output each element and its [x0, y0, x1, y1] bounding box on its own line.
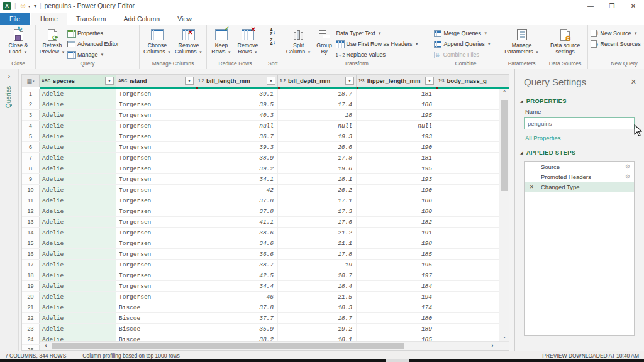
cell-bill_depth_mm[interactable]: 21.1: [278, 238, 357, 248]
cell-flipper_length_mm[interactable]: 191: [357, 228, 436, 238]
cell-flipper_length_mm[interactable]: 190: [357, 142, 436, 152]
cell-species[interactable]: Adelie: [40, 260, 116, 270]
select-all-table-button[interactable]: ▦▾: [22, 75, 40, 87]
filter-dropdown-icon[interactable]: ▼: [267, 77, 275, 85]
row-number[interactable]: 18: [22, 270, 40, 280]
cell-bill_depth_mm[interactable]: null: [278, 121, 357, 131]
cell-flipper_length_mm[interactable]: 195: [357, 163, 436, 173]
qat-customize-icon[interactable]: ▾: [34, 4, 36, 8]
cell-bill_depth_mm[interactable]: 19: [278, 260, 357, 270]
cell-island[interactable]: Torgersen: [116, 249, 196, 259]
row-number[interactable]: 25: [22, 345, 40, 351]
cell-bill_length_mm[interactable]: 46: [196, 292, 278, 302]
row-number[interactable]: 23: [22, 324, 40, 334]
cell-bill_length_mm[interactable]: 42.5: [196, 270, 278, 280]
cell-island[interactable]: Torgersen: [116, 99, 196, 109]
cell-flipper_length_mm[interactable]: 182: [357, 217, 436, 227]
delete-step-icon[interactable]: ✕: [530, 184, 534, 190]
filter-dropdown-icon[interactable]: ▼: [185, 77, 194, 85]
cell-flipper_length_mm[interactable]: 185: [357, 249, 436, 259]
cell-species[interactable]: Adelie: [40, 174, 116, 184]
sort-ascending-button[interactable]: AZ↓: [270, 28, 275, 36]
cell-island[interactable]: Torgersen: [116, 228, 196, 238]
cell-bill_depth_mm[interactable]: 17.4: [278, 99, 357, 109]
cell-bill_length_mm[interactable]: 36.6: [196, 249, 278, 259]
cell-species[interactable]: Adelie: [40, 110, 116, 120]
scroll-left-icon[interactable]: ‹: [41, 342, 51, 351]
cell-bill_depth_mm[interactable]: 20.2: [278, 185, 357, 195]
cell-bill_depth_mm[interactable]: 18.1: [278, 174, 357, 184]
close-button[interactable]: ✕: [623, 3, 644, 9]
cell-flipper_length_mm[interactable]: 195: [357, 260, 436, 270]
cell-bill_depth_mm[interactable]: 18.7: [278, 313, 357, 323]
cell-flipper_length_mm[interactable]: 180: [357, 313, 436, 323]
row-number[interactable]: 15: [22, 238, 40, 248]
cell-flipper_length_mm[interactable]: 194: [357, 292, 436, 302]
cell-flipper_length_mm[interactable]: 193: [357, 174, 436, 184]
applied-step-promoted-headers[interactable]: Promoted Headers⚙: [525, 172, 634, 182]
cell-bill_length_mm[interactable]: 37.8: [196, 206, 278, 216]
properties-button[interactable]: Properties: [67, 28, 136, 38]
cell-flipper_length_mm[interactable]: 181: [357, 89, 436, 99]
cell-flipper_length_mm[interactable]: 184: [357, 281, 436, 291]
row-number[interactable]: 8: [22, 163, 40, 173]
cell-bill_length_mm[interactable]: 37.8: [196, 195, 278, 206]
column-type-icon[interactable]: 1.2: [198, 79, 204, 83]
row-number[interactable]: 24: [22, 334, 40, 344]
cell-bill_length_mm[interactable]: null: [196, 121, 278, 131]
cell-flipper_length_mm[interactable]: 190: [357, 185, 436, 195]
cell-bill_length_mm[interactable]: 38.6: [196, 228, 278, 238]
cell-species[interactable]: Adelie: [40, 142, 116, 152]
row-number[interactable]: 2: [22, 99, 40, 109]
step-settings-gear-icon[interactable]: ⚙: [625, 163, 630, 170]
cell-bill_length_mm[interactable]: 40.3: [196, 110, 278, 120]
query-name-input[interactable]: [524, 117, 635, 129]
cell-species[interactable]: Adelie: [40, 185, 116, 195]
cell-bill_depth_mm[interactable]: 19.6: [278, 163, 357, 173]
cell-bill_length_mm[interactable]: 38.7: [196, 260, 278, 270]
filter-dropdown-icon[interactable]: ▼: [425, 77, 434, 85]
row-number[interactable]: 13: [22, 217, 40, 227]
cell-island[interactable]: Torgersen: [116, 110, 196, 120]
cell-species[interactable]: Adelie: [40, 163, 116, 173]
applied-step-changed-type[interactable]: ✕Changed Type: [525, 182, 634, 192]
cell-flipper_length_mm[interactable]: 186: [357, 195, 436, 206]
row-number[interactable]: 7: [22, 153, 40, 163]
filter-dropdown-icon[interactable]: ▼: [345, 77, 354, 85]
sort-descending-button[interactable]: ZA↓: [270, 38, 275, 46]
properties-section-header[interactable]: ◢ PROPERTIES: [515, 94, 644, 107]
column-type-icon[interactable]: ABC: [118, 79, 127, 83]
column-type-icon[interactable]: 1.2: [280, 79, 286, 83]
applied-steps-section-header[interactable]: ◢ APPLIED STEPS: [515, 145, 644, 158]
column-type-icon[interactable]: 1²3: [438, 79, 444, 83]
feedback-smiley-icon[interactable]: ☺: [19, 2, 27, 9]
cell-flipper_length_mm[interactable]: 181: [357, 153, 436, 163]
smiley-dropdown-icon[interactable]: ▾: [28, 4, 30, 8]
filter-dropdown-icon[interactable]: ▼: [105, 77, 114, 85]
cell-bill_length_mm[interactable]: 39.1: [196, 89, 278, 99]
data-type-button[interactable]: Data Type: Text ▼: [336, 28, 428, 38]
cell-bill_depth_mm[interactable]: 17.3: [278, 206, 357, 216]
queries-pane-label[interactable]: Queries: [5, 86, 14, 108]
cell-flipper_length_mm[interactable]: 174: [357, 302, 436, 312]
cell-bill_length_mm[interactable]: 35.9: [196, 324, 278, 334]
row-number[interactable]: 12: [22, 206, 40, 216]
row-number[interactable]: 6: [22, 142, 40, 152]
cell-island[interactable]: Biscoe: [116, 313, 196, 323]
panel-close-icon[interactable]: ✕: [631, 78, 636, 86]
cell-species[interactable]: Adelie: [40, 292, 116, 302]
append-queries-button[interactable]: Append Queries ▼: [434, 39, 498, 49]
cell-island[interactable]: Torgersen: [116, 270, 196, 280]
cell-flipper_length_mm[interactable]: 193: [357, 131, 436, 141]
row-number[interactable]: 17: [22, 260, 40, 270]
row-number[interactable]: 20: [22, 292, 40, 302]
row-number[interactable]: 10: [22, 185, 40, 195]
cell-species[interactable]: Adelie: [40, 302, 116, 312]
cell-island[interactable]: Torgersen: [116, 292, 196, 302]
row-number[interactable]: 14: [22, 228, 40, 238]
cell-bill_depth_mm[interactable]: 17.8: [278, 249, 357, 259]
queries-pane-expand-icon[interactable]: ›: [0, 69, 18, 80]
cell-flipper_length_mm[interactable]: 189: [357, 324, 436, 334]
close-and-load-button[interactable]: ↻ Close & Load ▼: [4, 27, 33, 55]
column-header-bill_length_mm[interactable]: 1.2bill_length_mm▼: [196, 75, 278, 87]
